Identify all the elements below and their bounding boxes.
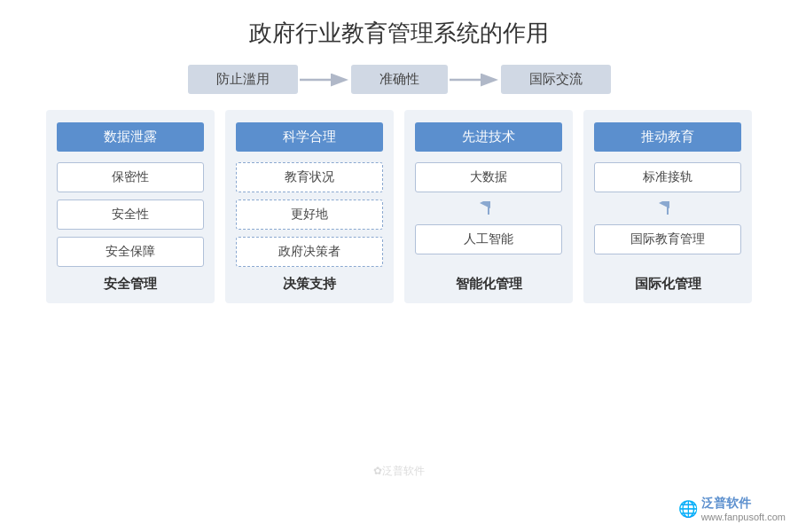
col-international: 推动教育 标准接轨 国际教育管理 国际化管理: [583, 110, 752, 303]
flow-arrow-1: [298, 66, 351, 93]
up-arrow-2: [594, 201, 741, 215]
center-watermark: ✿泛普软件: [373, 464, 425, 479]
col-security: 数据泄露 保密性 安全性 安全保障 安全管理: [46, 110, 215, 303]
item-confidentiality: 保密性: [57, 162, 204, 192]
item-standard: 标准接轨: [594, 162, 741, 192]
col-footer-decision: 决策支持: [283, 276, 336, 293]
col-footer-security: 安全管理: [104, 276, 157, 293]
item-security-guarantee: 安全保障: [57, 237, 204, 267]
watermark-sub: www.fanpusoft.com: [701, 511, 786, 523]
item-bigdata: 大数据: [415, 162, 562, 192]
col-footer-international: 国际化管理: [635, 276, 701, 293]
col-header-decision: 科学合理: [236, 122, 383, 152]
col-header-security: 数据泄露: [57, 122, 204, 152]
flow-label-2: 准确性: [351, 65, 448, 94]
item-edu-status: 教育状况: [236, 162, 383, 192]
watermark: 🌐 泛普软件 www.fanpusoft.com: [678, 495, 786, 523]
item-better: 更好地: [236, 200, 383, 230]
col-items-intelligent: 大数据 人工智能: [415, 162, 562, 267]
col-header-intelligent: 先进技术: [415, 122, 562, 152]
watermark-logo-icon: 🌐: [678, 499, 698, 519]
flow-row: 防止滥用 准确性 国际交流: [0, 65, 798, 94]
col-decision: 科学合理 教育状况 更好地 政府决策者 决策支持: [225, 110, 394, 303]
item-intl-edu: 国际教育管理: [594, 224, 741, 254]
watermark-text: 泛普软件 www.fanpusoft.com: [701, 495, 786, 523]
col-items-decision: 教育状况 更好地 政府决策者: [236, 162, 383, 267]
col-items-international: 标准接轨 国际教育管理: [594, 162, 741, 267]
page-title: 政府行业教育管理系统的作用: [0, 0, 798, 65]
flow-label-3: 国际交流: [501, 65, 611, 94]
item-safety: 安全性: [57, 200, 204, 230]
col-intelligent: 先进技术 大数据 人工智能 智能化管理: [404, 110, 573, 303]
col-header-international: 推动教育: [594, 122, 741, 152]
watermark-main: 泛普软件: [701, 495, 786, 511]
col-footer-intelligent: 智能化管理: [456, 276, 522, 293]
flow-label-1: 防止滥用: [188, 65, 298, 94]
col-items-security: 保密性 安全性 安全保障: [57, 162, 204, 267]
up-arrow-1: [415, 201, 562, 215]
item-ai: 人工智能: [415, 224, 562, 254]
columns-container: 数据泄露 保密性 安全性 安全保障 安全管理 科学合理 教育状况 更好地 政府决…: [0, 110, 798, 303]
flow-arrow-2: [448, 66, 501, 93]
item-gov-decision: 政府决策者: [236, 237, 383, 267]
